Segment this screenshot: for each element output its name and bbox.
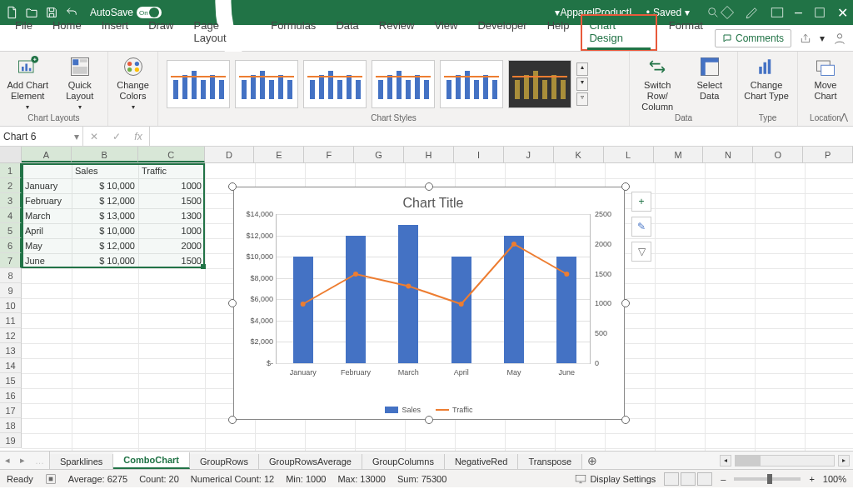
chart-styles-gallery[interactable]: ▴ ▾ ▿ — [163, 55, 624, 113]
row-header[interactable]: 13 — [0, 343, 22, 358]
chart-bar[interactable] — [556, 257, 576, 363]
zoom-level[interactable]: 100% — [823, 474, 846, 484]
chart-filter-icon[interactable]: ▽ — [631, 242, 651, 262]
row-header[interactable]: 1 — [0, 163, 22, 178]
row-header[interactable]: 3 — [0, 193, 22, 208]
cell[interactable]: March — [22, 208, 72, 223]
column-header[interactable]: L — [604, 147, 654, 162]
page-layout-view-button[interactable] — [681, 472, 696, 486]
chart-style-preview[interactable] — [440, 60, 503, 108]
sheet-tab-combochart[interactable]: ComboChart — [113, 452, 190, 469]
collapse-ribbon-icon[interactable]: ⋀ — [841, 112, 848, 122]
cell[interactable]: June — [22, 253, 72, 268]
column-header[interactable]: N — [703, 147, 753, 162]
row-header[interactable]: 8 — [0, 268, 22, 283]
column-header[interactable]: A — [22, 147, 72, 162]
cell[interactable]: 1300 — [138, 208, 205, 223]
cell[interactable]: 1500 — [138, 253, 205, 268]
chart-object[interactable]: Chart Title$-$2,000$4,000$6,000$8,000$10… — [233, 187, 625, 420]
chart-style-preview[interactable] — [167, 60, 230, 108]
chart-bar[interactable] — [293, 257, 313, 363]
chart-bar[interactable] — [504, 236, 524, 363]
cell[interactable]: February — [22, 193, 72, 208]
cell[interactable]: $ 12,000 — [72, 193, 138, 208]
tab-developer[interactable]: Developer — [469, 14, 535, 51]
chart-resize-handle[interactable] — [621, 182, 630, 191]
chart-style-preview[interactable] — [372, 60, 435, 108]
row-header[interactable]: 14 — [0, 358, 22, 373]
row-header[interactable]: 15 — [0, 373, 22, 388]
ribbon-display-icon[interactable] — [770, 5, 785, 20]
add-chart-element-button[interactable]: Add Chart Element▾ — [5, 55, 51, 112]
row-header[interactable]: 18 — [0, 418, 22, 433]
tab-chart-design[interactable]: Chart Design — [581, 14, 656, 51]
cell[interactable]: $ 10,000 — [72, 253, 138, 268]
row-header[interactable]: 6 — [0, 238, 22, 253]
chart-legend[interactable]: SalesTraffic — [234, 406, 624, 414]
fx-icon[interactable]: fx — [134, 131, 142, 142]
tab-home[interactable]: Home — [44, 14, 90, 51]
sheet-tab-groupcolumns[interactable]: GroupColumns — [362, 454, 445, 469]
column-header[interactable]: H — [404, 147, 454, 162]
horizontal-scrollbar[interactable] — [735, 455, 835, 467]
tab-view[interactable]: View — [426, 14, 466, 51]
cell[interactable]: 1500 — [138, 193, 205, 208]
row-header[interactable]: 12 — [0, 328, 22, 343]
change-chart-type-button[interactable]: Change Chart Type — [743, 55, 790, 102]
cancel-formula-icon[interactable]: ✕ — [90, 131, 98, 142]
row-header[interactable]: 10 — [0, 298, 22, 313]
zoom-slider[interactable] — [734, 477, 801, 481]
column-header[interactable]: D — [205, 147, 255, 162]
normal-view-button[interactable] — [664, 472, 679, 486]
cell[interactable]: 1000 — [138, 223, 205, 238]
chart-brush-icon[interactable]: ✎ — [631, 217, 651, 237]
tab-insert[interactable]: Insert — [93, 14, 137, 51]
column-header[interactable]: J — [504, 147, 554, 162]
column-header[interactable]: G — [354, 147, 404, 162]
diamond-icon[interactable] — [720, 5, 735, 20]
tab-draw[interactable]: Draw — [140, 14, 182, 51]
page-break-view-button[interactable] — [697, 472, 712, 486]
cell[interactable]: January — [22, 178, 72, 193]
zoom-out-button[interactable]: – — [721, 474, 726, 484]
column-header[interactable]: I — [454, 147, 504, 162]
row-header[interactable]: 17 — [0, 403, 22, 418]
chart-plus-icon[interactable]: + — [631, 192, 651, 212]
chart-bar[interactable] — [346, 236, 366, 363]
move-chart-button[interactable]: Move Chart — [803, 55, 848, 102]
sheet-tab-transpose[interactable]: Transpose — [518, 454, 582, 469]
column-header[interactable]: K — [554, 147, 604, 162]
formula-input[interactable] — [150, 127, 853, 146]
chart-resize-handle[interactable] — [425, 182, 433, 191]
sheet-nav-prev-icon[interactable]: ◂ — [5, 455, 10, 466]
column-header[interactable]: C — [138, 147, 205, 162]
name-box[interactable]: Chart 6▾ — [0, 127, 83, 146]
draw-icon[interactable] — [745, 5, 760, 20]
row-header[interactable]: 5 — [0, 223, 22, 238]
row-header[interactable]: 19 — [0, 433, 22, 448]
chart-title[interactable]: Chart Title — [276, 196, 591, 211]
share-icon[interactable] — [800, 32, 811, 44]
cell[interactable]: April — [22, 223, 72, 238]
tab-review[interactable]: Review — [371, 14, 423, 51]
scroll-left-button[interactable]: ◂ — [720, 455, 731, 467]
sheet-tab-grouprows[interactable]: GroupRows — [190, 454, 259, 469]
chart-plot-area[interactable]: $-$2,000$4,000$6,000$8,000$10,000$12,000… — [276, 214, 591, 364]
sheet-tab-grouprowsaverage[interactable]: GroupRowsAverage — [259, 454, 362, 469]
cell[interactable]: 2000 — [138, 238, 205, 253]
tab-formulas[interactable]: Formulas — [262, 14, 324, 51]
row-header[interactable]: 16 — [0, 388, 22, 403]
tab-help[interactable]: Help — [539, 14, 578, 51]
chart-resize-handle[interactable] — [228, 182, 237, 191]
accept-formula-icon[interactable]: ✓ — [112, 131, 121, 142]
cell[interactable]: $ 10,000 — [72, 223, 138, 238]
quick-layout-button[interactable]: Quick Layout▾ — [57, 55, 103, 112]
chart-style-preview[interactable] — [303, 60, 367, 108]
cell[interactable]: Traffic — [138, 163, 205, 178]
zoom-in-button[interactable]: + — [809, 474, 814, 484]
chart-resize-handle[interactable] — [228, 299, 237, 307]
close-button[interactable]: ✕ — [837, 5, 848, 21]
sheet-nav-next-icon[interactable]: ▸ — [20, 455, 25, 466]
cell[interactable]: Sales — [72, 163, 138, 178]
cell[interactable]: May — [22, 238, 72, 253]
